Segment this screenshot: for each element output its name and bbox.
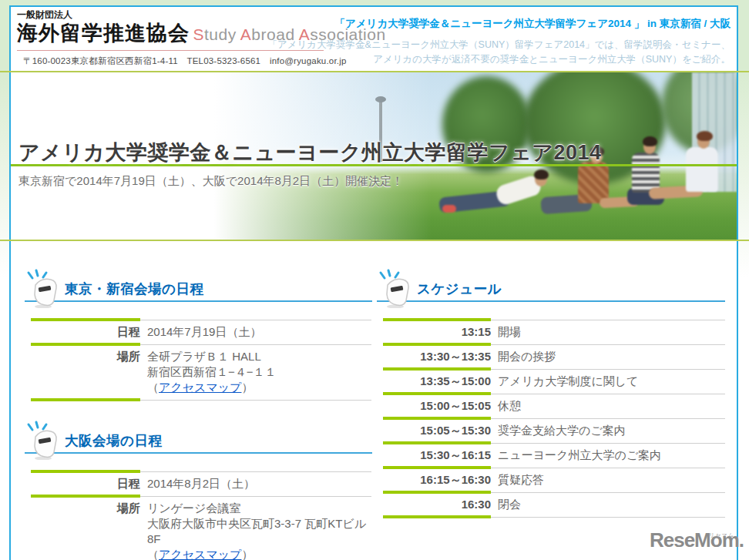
schedule-time: 15:00～15:05	[383, 398, 491, 414]
schedule-row: 13:15開場	[383, 321, 725, 343]
resemom-ruby-label: リセマム	[709, 524, 734, 547]
table-row: 日程 2014年7月19日（土）	[31, 321, 371, 343]
schedule-event: 質疑応答	[491, 472, 725, 488]
section-header: 大阪会場の日程	[25, 420, 372, 454]
schedule-event: ニューヨーク州立大学のご案内	[491, 448, 725, 463]
place-line1: 全研プラザＢ１ HALL	[147, 349, 371, 364]
divider-green-segment	[383, 515, 491, 518]
divider-gray-segment	[491, 492, 725, 493]
access-map-link[interactable]: アクセスマップ	[159, 381, 241, 394]
divider-green-segment	[383, 392, 491, 395]
schedule-time: 13:35～15:00	[383, 374, 491, 389]
date-value: 2014年8月2日（土）	[140, 476, 371, 491]
place-line2: 大阪府大阪市中央区瓦町3-3-7 瓦町KTビル8F	[147, 516, 371, 547]
schedule-row: 16:15～16:30質疑応答	[383, 469, 725, 491]
divider-green-segment	[383, 466, 491, 469]
place-line1: リンゲージ会議室	[147, 501, 371, 516]
table-row: 場所 全研プラザＢ１ HALL 新宿区西新宿１−４−１１ （アクセスマップ）	[31, 346, 371, 398]
place-line2: 新宿区西新宿１−４−１１	[147, 364, 371, 380]
divider-green-segment	[383, 343, 491, 346]
divider-gray-segment	[491, 344, 725, 345]
section-osaka-venue: 大阪会場の日程 日程 2014年8月2日（土） 場所 リンゲージ会議室 大阪府大…	[25, 420, 372, 560]
page-title: アメリカ大学奨学金＆ニューヨーク州立大学留学フェア2014	[18, 139, 602, 166]
place-label: 場所	[31, 349, 140, 395]
divider-gray-segment	[491, 394, 725, 394]
divider-gray-segment	[140, 400, 371, 401]
row-divider	[383, 515, 725, 518]
schedule-row: 13:30～13:35開会の挨拶	[383, 346, 725, 367]
venue-table: 日程 2014年8月2日（土） 場所 リンゲージ会議室 大阪府大阪市中央区瓦町3…	[31, 470, 371, 560]
hero-banner: アメリカ大学奨学金＆ニューヨーク州立大学留学フェア2014 東京新宿で2014年…	[11, 72, 737, 240]
divider-green-segment	[383, 441, 491, 444]
section-heading: 大阪会場の日程	[65, 431, 162, 450]
divider-gray-segment	[140, 471, 371, 472]
schedule-row: 15:00～15:05休憩	[383, 395, 725, 417]
place-value: リンゲージ会議室 大阪府大阪市中央区瓦町3-3-7 瓦町KTビル8F （アクセス…	[140, 501, 371, 560]
schedule-event: 開場	[491, 324, 725, 340]
divider-gray-segment	[140, 496, 371, 497]
sparkle-hand-icon	[26, 268, 62, 308]
divider-gray-segment	[140, 344, 371, 345]
divider-green-segment	[31, 398, 140, 401]
schedule-event: 奨学金支給大学のご案内	[491, 423, 725, 438]
schedule-row: 15:30～16:15ニューヨーク州立大学のご案内	[383, 444, 725, 466]
schedule-row: 13:35～15:00アメリカ大学制度に関して	[383, 371, 725, 392]
access-map-link[interactable]: アクセスマップ	[159, 548, 241, 560]
divider-gray-segment	[491, 443, 725, 444]
resemom-logo[interactable]: リセマム ReseMom.	[650, 528, 744, 552]
schedule-time: 13:15	[383, 324, 491, 340]
fair-description-line1: 「アメリカ大学奨学金&ニューヨーク州立大学（SUNY）留学フェア2014」では、…	[267, 38, 731, 52]
page-subtitle: 東京新宿で2014年7月19日（土）、大阪で2014年8月2日（土）開催決定！	[18, 174, 403, 189]
fair-title-line: 「アメリカ大学奨学金＆ニューヨーク州立大学留学フェア2014 」 in 東京新宿…	[267, 17, 731, 31]
divider-gray-segment	[491, 468, 725, 468]
table-row: 日程 2014年8月2日（土）	[31, 473, 371, 495]
row-divider	[31, 398, 371, 401]
divider-green-segment	[383, 367, 491, 371]
divider-line-top	[0, 71, 749, 72]
section-schedule: スケジュール 13:15開場 13:30～13:35開会の挨拶 13:35～15…	[377, 268, 725, 518]
divider-green-segment	[31, 343, 140, 346]
schedule-table: 13:15開場 13:30～13:35開会の挨拶 13:35～15:00アメリカ…	[383, 318, 725, 518]
divider-green-segment	[31, 495, 140, 498]
schedule-time: 13:30～13:35	[383, 349, 491, 364]
schedule-event: 開会の挨拶	[491, 349, 725, 364]
top-right-intro: 「アメリカ大学奨学金＆ニューヨーク州立大学留学フェア2014 」 in 東京新宿…	[267, 17, 731, 67]
divider-green-segment	[383, 318, 491, 321]
section-header: スケジュール	[377, 268, 725, 302]
section-heading: スケジュール	[417, 280, 502, 298]
fair-description: 「アメリカ大学奨学金&ニューヨーク州立大学（SUNY）留学フェア2014」では、…	[267, 38, 731, 67]
divider-green-segment	[383, 417, 491, 420]
section-header: 東京・新宿会場の日程	[25, 268, 372, 302]
fair-description-line2: アメリカの大学が返済不要の奨学金とニューヨーク州立大学（SUNY）をご紹介。	[267, 52, 731, 67]
divider-gray-segment	[140, 320, 371, 320]
divider-gray-segment	[491, 369, 725, 370]
schedule-event: 休憩	[491, 398, 725, 414]
schedule-time: 15:30～16:15	[383, 448, 491, 463]
divider-green-segment	[31, 318, 140, 321]
sparkle-hand-icon	[378, 268, 414, 308]
schedule-event: 閉会	[491, 497, 725, 512]
schedule-time: 16:15～16:30	[383, 472, 491, 488]
schedule-time: 16:30	[383, 497, 491, 512]
date-value: 2014年7月19日（土）	[140, 324, 371, 340]
table-row: 場所 リンゲージ会議室 大阪府大阪市中央区瓦町3-3-7 瓦町KTビル8F （ア…	[31, 498, 371, 560]
section-tokyo-venue: 東京・新宿会場の日程 日程 2014年7月19日（土） 場所 全研プラザＢ１ H…	[25, 268, 372, 401]
place-line3: （アクセスマップ）	[147, 380, 371, 395]
divider-line-bottom	[0, 240, 749, 241]
divider-gray-segment	[491, 418, 725, 419]
schedule-row: 16:30閉会	[383, 494, 725, 515]
schedule-row: 15:05～15:30奨学金支給大学のご案内	[383, 420, 725, 441]
org-name: 海外留学推進協会	[17, 22, 190, 45]
divider-gray-segment	[491, 320, 725, 320]
page: 一般財団法人 海外留学推進協会 Study Abroad Association…	[0, 0, 749, 560]
divider-green-segment	[383, 491, 491, 494]
place-label: 場所	[31, 501, 140, 560]
schedule-event: アメリカ大学制度に関して	[491, 374, 725, 389]
date-label: 日程	[31, 476, 140, 491]
venue-table: 日程 2014年7月19日（土） 場所 全研プラザＢ１ HALL 新宿区西新宿１…	[31, 318, 371, 401]
divider-gray-segment	[491, 517, 725, 518]
place-value: 全研プラザＢ１ HALL 新宿区西新宿１−４−１１ （アクセスマップ）	[140, 349, 371, 395]
date-label: 日程	[31, 324, 140, 340]
schedule-time: 15:05～15:30	[383, 423, 491, 438]
place-line3: （アクセスマップ）	[147, 547, 371, 560]
